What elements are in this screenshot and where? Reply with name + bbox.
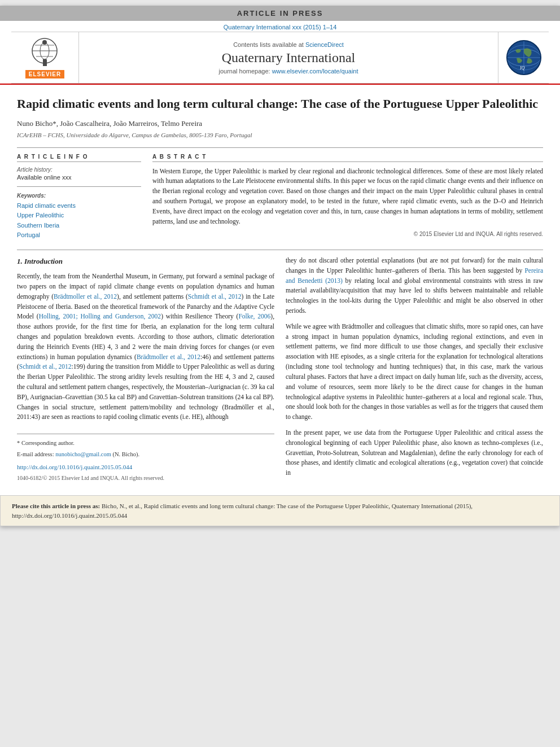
elsevier-tree-icon xyxy=(24,37,66,68)
ref-schmidt-2012[interactable]: Schmidt et al., 2012 xyxy=(188,293,242,300)
email-link[interactable]: nunobicho@gmail.com xyxy=(55,451,111,457)
divider-body xyxy=(17,250,543,250)
ref-folke-2006[interactable]: Folke, 2006 xyxy=(238,313,270,320)
keywords-section: Keywords: Rapid climatic events Upper Pa… xyxy=(17,193,141,241)
journal-title-header: Quaternary International xyxy=(222,50,356,65)
elsevier-logo-container: ELSEVIER xyxy=(24,37,66,78)
intro-paragraph-2: they do not discard other potential expl… xyxy=(286,256,543,316)
keyword-3[interactable]: Southern Iberia xyxy=(17,221,141,231)
keyword-1[interactable]: Rapid climatic events xyxy=(17,201,141,211)
authors: Nuno Bicho*, João Cascalheira, João Marr… xyxy=(17,119,543,128)
intro-heading: 1. Introduction xyxy=(17,256,274,267)
corresponding-label: * Corresponding author. xyxy=(17,440,75,446)
doi-header-text: Quaternary International xxx (2015) 1–14 xyxy=(224,24,337,30)
intro-paragraph-1: Recently, the team from the Neanderthal … xyxy=(17,272,274,422)
article-info-heading: A R T I C L E I N F O xyxy=(17,154,141,162)
citation-bar: Please cite this article in press as: Bi… xyxy=(0,495,560,526)
email-suffix: (N. Bicho). xyxy=(111,451,139,457)
sciencedirect-link[interactable]: ScienceDirect xyxy=(305,41,344,48)
body-left: 1. Introduction Recently, the team from … xyxy=(17,256,274,484)
keyword-4[interactable]: Portugal xyxy=(17,230,141,241)
sciencedirect-line: Contents lists available at ScienceDirec… xyxy=(233,41,344,48)
journal-logo-right: IQ xyxy=(498,32,549,83)
doi-line: Quaternary International xxx (2015) 1–14 xyxy=(0,21,560,32)
ref-bradtmoller-2012b[interactable]: Brädtmoller et al., 2012 xyxy=(137,353,200,360)
homepage-prefix: journal homepage: xyxy=(218,68,272,75)
page: ARTICLE IN PRESS Quaternary Internationa… xyxy=(0,6,560,526)
authors-text: Nuno Bicho*, João Cascalheira, João Marr… xyxy=(17,119,202,128)
article-info: A R T I C L E I N F O Article history: A… xyxy=(17,154,141,241)
body-right: they do not discard other potential expl… xyxy=(286,256,543,484)
intro-paragraph-4: In the present paper, we use data from t… xyxy=(286,428,543,478)
journal-center: Contents lists available at ScienceDirec… xyxy=(79,32,498,83)
intro-paragraph-3: While we agree with Brädtmoller and coll… xyxy=(286,322,543,422)
ref-bradtmoller-2012[interactable]: Brädtmoller et al., 2012 xyxy=(54,293,117,300)
footnote-area: * Corresponding author. E-mail address: … xyxy=(17,434,274,482)
journal-homepage: journal homepage: www.elsevier.com/locat… xyxy=(218,68,358,75)
ref-schmidt-2012b[interactable]: Schmidt et al., 2012 xyxy=(19,363,72,370)
journal-header-wrapper: ELSEVIER Contents lists available at Sci… xyxy=(0,32,560,85)
ref-pereira-benedetti[interactable]: Pereira and Benedetti (2013) xyxy=(286,267,543,284)
keyword-2[interactable]: Upper Paleolithic xyxy=(17,211,141,221)
svg-point-7 xyxy=(42,40,47,45)
email-label: E-mail address: xyxy=(17,451,55,457)
abstract-section: A B S T R A C T In Western Europe, the U… xyxy=(152,154,543,241)
journal-logo-left: ELSEVIER xyxy=(11,32,79,83)
issn-line: 1040-6182/© 2015 Elsevier Ltd and INQUA.… xyxy=(17,474,274,483)
body-content: 1. Introduction Recently, the team from … xyxy=(17,256,543,484)
info-abstract-section: A R T I C L E I N F O Article history: A… xyxy=(17,154,543,241)
journal-header: ELSEVIER Contents lists available at Sci… xyxy=(11,32,549,84)
aip-banner: ARTICLE IN PRESS xyxy=(0,6,560,21)
abstract-heading: A B S T R A C T xyxy=(152,154,543,162)
abstract-text: In Western Europe, the Upper Paleolithic… xyxy=(152,167,543,227)
sciencedirect-prefix: Contents lists available at xyxy=(233,41,305,48)
svg-rect-1 xyxy=(43,59,47,66)
main-content: Rapid climatic events and long term cult… xyxy=(0,85,560,495)
ref-holling-2001[interactable]: Holling, 2001; Holling and Gunderson, 20… xyxy=(39,313,161,320)
elsevier-brand-label: ELSEVIER xyxy=(25,70,64,78)
journal-globe-icon: IQ xyxy=(504,38,544,77)
affiliation: ICArEHB – FCHS, Universidade do Algarve,… xyxy=(17,132,543,138)
svg-text:IQ: IQ xyxy=(519,65,525,71)
aip-banner-text: ARTICLE IN PRESS xyxy=(237,9,323,18)
divider-info xyxy=(17,186,141,187)
history-label: Article history: xyxy=(17,167,141,173)
history-value: Available online xxx xyxy=(17,174,141,181)
copyright-line: © 2015 Elsevier Ltd and INQUA. All right… xyxy=(152,231,543,237)
corresponding-author-label: * Corresponding author. xyxy=(17,439,274,448)
keywords-label: Keywords: xyxy=(17,193,141,199)
article-title: Rapid climatic events and long term cult… xyxy=(17,96,543,112)
doi-footer-link[interactable]: http://dx.doi.org/10.1016/j.quaint.2015.… xyxy=(17,462,274,472)
divider-top xyxy=(17,147,543,148)
citation-prefix: Please cite this article in press as: xyxy=(12,503,102,509)
homepage-link[interactable]: www.elsevier.com/locate/quaint xyxy=(272,68,358,75)
email-line: E-mail address: nunobicho@gmail.com (N. … xyxy=(17,450,274,459)
